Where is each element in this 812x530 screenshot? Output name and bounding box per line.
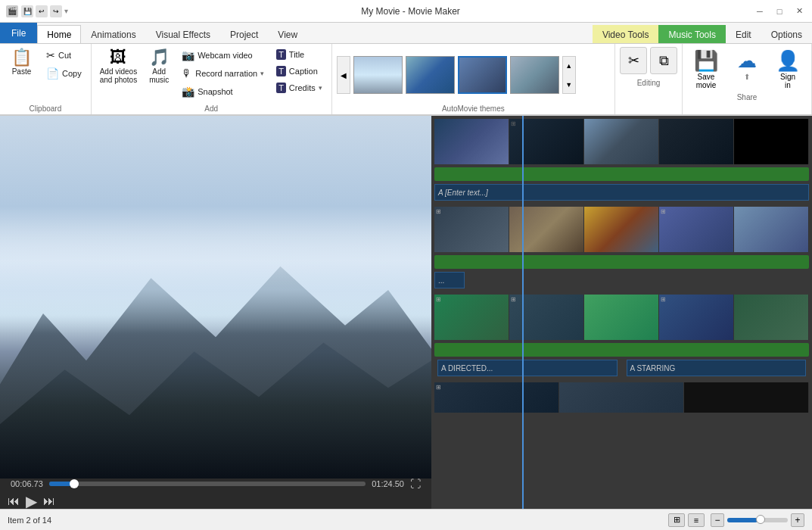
status-bar: Item 2 of 14 ⊞ ≡ − + — [0, 509, 812, 530]
maximize-button[interactable]: □ — [773, 6, 786, 17]
themes-scroll-up[interactable]: ▲ — [565, 57, 572, 74]
save-quick-icon[interactable]: 💾 — [21, 5, 33, 17]
next-frame-button[interactable]: ⏭ — [43, 494, 55, 508]
play-button[interactable]: ▶ — [26, 492, 37, 510]
tab-animations[interactable]: Animations — [81, 25, 145, 43]
item-info: Item 2 of 14 — [8, 516, 51, 525]
tab-music-tools[interactable]: Music Tools — [658, 25, 725, 43]
tab-visual-effects[interactable]: Visual Effects — [146, 25, 220, 43]
timeline-audio-3 — [431, 343, 812, 357]
credits-button[interactable]: T Credits ▾ — [272, 80, 327, 95]
zoom-out-button[interactable]: − — [711, 513, 724, 527]
video-strip-2[interactable]: ⊞ ⊞ — [434, 207, 809, 252]
video-strip-1[interactable]: ⊞ — [434, 119, 809, 164]
audio-strip-1[interactable] — [434, 167, 809, 181]
record-narration-button[interactable]: 🎙 Record narration ▾ — [177, 65, 269, 82]
audio-strip-3[interactable] — [434, 343, 809, 357]
theme-1[interactable] — [353, 56, 403, 94]
themes-next-arrow[interactable]: ▲ ▼ — [562, 56, 576, 94]
tab-video-tools[interactable]: Video Tools — [593, 25, 659, 43]
caption-starring[interactable]: A STARRING — [627, 360, 807, 376]
add-videos-button[interactable]: 🖼 Add videos and photos — [96, 47, 142, 86]
title-button[interactable]: T Title — [272, 47, 327, 62]
timeline-caption-1: A [Enter text...] — [431, 184, 812, 201]
frame-2-4: ⊞ — [659, 207, 734, 252]
tab-view[interactable]: View — [268, 25, 307, 43]
frame-1-1 — [434, 119, 509, 164]
view-buttons: ⊞ ≡ — [668, 513, 705, 527]
redo-quick-icon[interactable]: ↪ — [50, 5, 62, 17]
prev-frame-button[interactable]: ⏮ — [8, 494, 20, 508]
add-label: Add — [204, 103, 218, 114]
tab-file[interactable]: File — [0, 23, 37, 43]
caption-strip-2[interactable]: ... — [434, 272, 465, 288]
playhead — [522, 116, 524, 509]
credits-icon: T — [276, 83, 286, 93]
close-button[interactable]: ✕ — [792, 6, 806, 17]
paste-label: Paste — [12, 67, 32, 76]
trim-button[interactable]: ✂ — [620, 47, 647, 74]
time-total: 01:24.50 — [372, 479, 404, 488]
webcam-button[interactable]: 📷 Webcam video — [177, 47, 269, 64]
undo-quick-icon[interactable]: ↩ — [36, 5, 48, 17]
automovie-group: ◀ ▲ ▼ AutoMovie themes — [332, 44, 615, 114]
zoom-in-button[interactable]: + — [791, 513, 804, 527]
preview-controls: 00:06.73 01:24.50 ⛶ ⏮ ▶ ⏭ — [0, 479, 431, 509]
zoom-controls: − + — [711, 513, 804, 527]
paste-button[interactable]: 📋 Paste — [5, 47, 39, 78]
main-content: 00:06.73 01:24.50 ⛶ ⏮ ▶ ⏭ — [0, 116, 812, 509]
video-strip-4[interactable]: ⊞ — [434, 382, 809, 413]
copy-button[interactable]: 📄 Copy — [42, 65, 86, 82]
tab-edit[interactable]: Edit — [726, 25, 761, 43]
add-music-button[interactable]: 🎵 Add music — [144, 47, 174, 86]
timeline-row-1: ⊞ — [431, 119, 812, 164]
cut-icon: ✂ — [46, 49, 55, 61]
caption-directed[interactable]: A DIRECTED... — [437, 360, 618, 376]
frame-1-2: ⊞ — [509, 119, 584, 164]
tab-options[interactable]: Options — [761, 25, 812, 43]
sign-in-label: Sign in — [780, 73, 795, 89]
sign-in-button[interactable]: 👤 Sign in — [769, 47, 807, 92]
zoom-slider[interactable] — [727, 518, 788, 522]
frame-icon-7: ⊞ — [436, 384, 441, 391]
theme-3[interactable] — [458, 56, 507, 94]
status-right: ⊞ ≡ − + — [668, 513, 804, 527]
record-narration-dropdown[interactable]: ▾ — [260, 70, 264, 77]
themes-scroll-down[interactable]: ▼ — [565, 76, 572, 93]
progress-handle[interactable] — [70, 479, 79, 488]
editing-group: ✂ ⧉ Editing — [615, 44, 683, 114]
frame-icon-3: ⊞ — [661, 208, 666, 215]
themes-prev-arrow[interactable]: ◀ — [337, 56, 350, 94]
ribbon: 📋 Paste ✂ Cut 📄 Copy Clipboard 🖼 Add vid… — [0, 44, 812, 116]
onedrive-button[interactable]: ☁ ⬆ — [728, 47, 766, 83]
caption-directed-text: A DIRECTED... — [441, 364, 493, 373]
audio-strip-2[interactable] — [434, 255, 809, 269]
frame-2-1: ⊞ — [434, 207, 509, 252]
save-movie-button[interactable]: 💾 Save movie — [687, 47, 725, 92]
cut-button[interactable]: ✂ Cut — [42, 47, 86, 64]
window-controls: ─ □ ✕ — [753, 6, 806, 17]
theme-4[interactable] — [510, 56, 559, 94]
fullscreen-button[interactable]: ⛶ — [410, 478, 421, 490]
clipboard-group: 📋 Paste ✂ Cut 📄 Copy Clipboard — [0, 44, 92, 114]
preview-video[interactable] — [0, 116, 431, 479]
frame-1-3 — [584, 119, 659, 164]
preview-frame — [0, 116, 431, 479]
minimize-button[interactable]: ─ — [753, 6, 767, 17]
credits-dropdown[interactable]: ▾ — [319, 84, 322, 92]
storyboard-view-button[interactable]: ⊞ — [668, 513, 685, 527]
timeline-view-button[interactable]: ≡ — [688, 513, 705, 527]
video-strip-3[interactable]: ⊞ ⊞ ⊞ — [434, 295, 809, 340]
frame-2-5 — [734, 207, 809, 252]
onedrive-icon: ☁ — [737, 49, 757, 73]
snapshot-button[interactable]: 📸 Snapshot — [177, 83, 269, 100]
theme-2[interactable] — [406, 56, 455, 94]
timeline-area[interactable]: ⊞ A [Enter text...] ⊞ — [431, 116, 812, 509]
zoom-handle[interactable] — [756, 515, 765, 524]
record-narration-icon: 🎙 — [182, 67, 192, 80]
tab-project[interactable]: Project — [220, 25, 268, 43]
split-button[interactable]: ⧉ — [650, 47, 677, 74]
tab-home[interactable]: Home — [37, 25, 81, 43]
caption-button[interactable]: T Caption — [272, 64, 327, 79]
caption-strip-1[interactable]: A [Enter text...] — [434, 184, 809, 201]
